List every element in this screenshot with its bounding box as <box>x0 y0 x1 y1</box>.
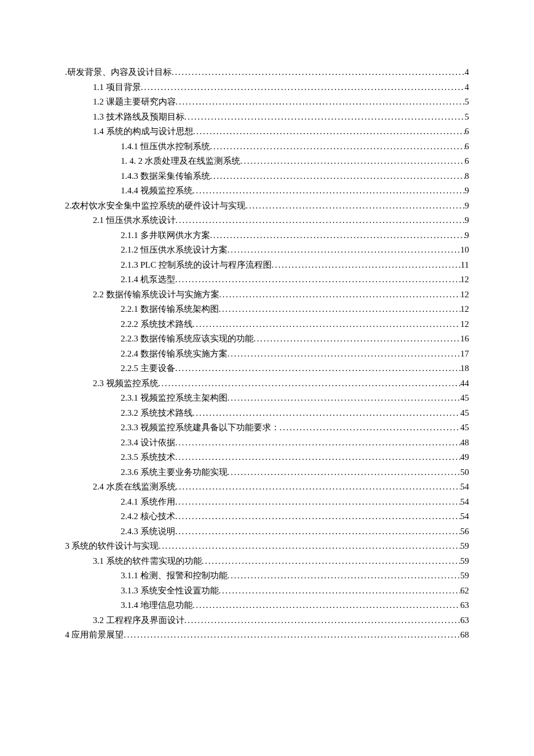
toc-page-number: 9 <box>465 183 470 199</box>
toc-page-number: 54 <box>460 480 469 495</box>
toc-entry[interactable]: 1.4.1 恒压供水控制系统6 <box>65 139 469 154</box>
toc-page-number: 12 <box>460 272 469 287</box>
toc-page-number: 9 <box>465 199 470 214</box>
toc-title: 2.3.1 视频监控系统主架构图 <box>121 391 228 406</box>
toc-title: 3.1.1 检测、报警和控制功能 <box>121 568 228 584</box>
toc-entry[interactable]: 2.1.3 PLC 控制系统的设计与程序流程图 11 <box>65 258 469 273</box>
toc-entry[interactable]: 2.3 视频监控系统44 <box>65 376 469 391</box>
toc-title: 3.1.3 系统安全性设置功能 <box>121 584 219 599</box>
toc-entry[interactable]: 1. 4. 2 水质处理及在线监测系统6 <box>65 154 469 169</box>
toc-leader-dots <box>175 450 460 465</box>
toc-entry[interactable]: 2.2.2 系统技术路线12 <box>65 317 469 332</box>
toc-leader-dots <box>158 539 460 554</box>
toc-entry[interactable]: 2.2 数据传输系统设计与实施方案12 <box>65 287 469 303</box>
toc-entry[interactable]: 2.农村饮水安全集中监控系统的硬件设计与实现9 <box>65 199 469 214</box>
toc-entry[interactable]: 2.2.3 数据传输系统应该实现的功能16 <box>65 332 469 347</box>
toc-title: 1.3 技术路线及预期目标 <box>93 110 185 125</box>
toc-entry[interactable]: 3 系统的软件设计与实现59 <box>65 539 469 554</box>
toc-title: 2.2.1 数据传输系统架构图 <box>121 302 219 317</box>
toc-entry[interactable]: 2.1.4 机泵选型12 <box>65 272 469 287</box>
toc-entry[interactable]: 3.1.1 检测、报警和控制功能59 <box>65 568 469 584</box>
toc-entry[interactable]: 2.4 水质在线监测系统54 <box>65 480 469 495</box>
toc-entry[interactable]: 2.2.5 主要设备18 <box>65 361 469 376</box>
toc-entry[interactable]: 2.1 恒压供水系统设计9 <box>65 213 469 228</box>
toc-entry[interactable]: 3.2 工程程序及界面设计63 <box>65 613 469 628</box>
toc-page-number: 68 <box>460 628 469 643</box>
toc-entry[interactable]: 1.4 系统的构成与设计思想6 <box>65 124 469 139</box>
toc-leader-dots <box>210 169 465 184</box>
toc-title: 2.3.6 系统主要业务功能实现 <box>121 465 228 480</box>
toc-title: 2.3.3 视频监控系统建具备以下功能要求： <box>121 420 280 435</box>
toc-title: 2.1.1 多井联网供水方案 <box>121 228 210 243</box>
toc-page-number: 4 <box>465 80 470 95</box>
toc-leader-dots <box>219 302 460 317</box>
toc-page-number: 59 <box>460 539 469 554</box>
toc-entry[interactable]: 2.3.4 设计依据 48 <box>65 435 469 451</box>
toc-title: 1.4 系统的构成与设计思想 <box>93 124 193 139</box>
toc-title: 1. 4. 2 水质处理及在线监测系统 <box>121 154 240 169</box>
toc-title: 3.1 系统的软件需实现的功能 <box>93 554 202 569</box>
toc-page-number: 4 <box>465 65 470 80</box>
toc-page-number: 44 <box>460 376 469 391</box>
toc-entry[interactable]: 1.1 项目背景4 <box>65 80 469 95</box>
toc-entry[interactable]: 2.1.1 多井联网供水方案9 <box>65 228 469 243</box>
toc-page-number: 49 <box>460 450 469 465</box>
toc-page-number: 12 <box>460 317 469 332</box>
toc-entry[interactable]: 2.3.2 系统技术路线45 <box>65 406 469 421</box>
toc-entry[interactable]: 2.4.2 核心技术54 <box>65 509 469 524</box>
toc-leader-dots <box>158 376 461 391</box>
toc-title: 2.1 恒压供水系统设计 <box>93 213 176 228</box>
toc-entry[interactable]: 3.1.4 地理信息功能63 <box>65 598 469 613</box>
toc-page-number: 8 <box>465 169 470 184</box>
toc-entry[interactable]: 2.2.4 数据传输系统实施方案17 <box>65 347 469 362</box>
toc-page-number: 12 <box>460 287 469 303</box>
toc-entry[interactable]: 3.1.3 系统安全性设置功能62 <box>65 584 469 599</box>
toc-leader-dots <box>175 272 460 287</box>
toc-title: 2.4 水质在线监测系统 <box>93 480 176 495</box>
toc-entry[interactable]: 2.2.1 数据传输系统架构图12 <box>65 302 469 317</box>
toc-title: .研发背景、内容及设计目标 <box>65 65 172 80</box>
toc-page-number: 10 <box>460 243 469 258</box>
toc-entry[interactable]: 1.4.3 数据采集传输系统8 <box>65 169 469 184</box>
toc-leader-dots <box>193 598 460 613</box>
toc-entry[interactable]: 2.3.1 视频监控系统主架构图45 <box>65 391 469 406</box>
toc-entry[interactable]: 1.4.4 视频监控系统9 <box>65 183 469 199</box>
toc-leader-dots <box>272 258 461 273</box>
toc-page-number: 9 <box>465 228 470 243</box>
toc-entry[interactable]: 4 应用前景展望68 <box>65 628 469 643</box>
toc-entry[interactable]: .研发背景、内容及设计目标4 <box>65 65 469 80</box>
toc-title: 2.2.4 数据传输系统实施方案 <box>121 347 228 362</box>
toc-title: 2.2 数据传输系统设计与实施方案 <box>93 287 219 303</box>
toc-entry[interactable]: 2.3.6 系统主要业务功能实现50 <box>65 465 469 480</box>
toc-page-number: 54 <box>460 509 469 524</box>
toc-entry[interactable]: 2.3.3 视频监控系统建具备以下功能要求： 45 <box>65 420 469 435</box>
toc-leader-dots <box>176 95 465 110</box>
toc-page-number: 45 <box>460 391 469 406</box>
toc-entry[interactable]: 1.3 技术路线及预期目标5 <box>65 110 469 125</box>
toc-title: 2.3 视频监控系统 <box>93 376 158 391</box>
toc-leader-dots <box>175 509 460 524</box>
toc-entry[interactable]: 2.1.2 恒压供水系统设计方案10 <box>65 243 469 258</box>
toc-title: 1.4.1 恒压供水控制系统 <box>121 139 210 154</box>
toc-page-number: 6 <box>465 154 470 169</box>
toc-leader-dots <box>228 347 460 362</box>
toc-page-number: 9 <box>465 213 470 228</box>
toc-leader-dots <box>246 199 464 214</box>
toc-title: 1.2 课题主要研究内容 <box>93 95 176 110</box>
toc-entry[interactable]: 3.1 系统的软件需实现的功能59 <box>65 554 469 569</box>
toc-leader-dots <box>175 495 460 510</box>
toc-entry[interactable]: 2.3.5 系统技术49 <box>65 450 469 465</box>
toc-page-number: 5 <box>465 110 470 125</box>
toc-leader-dots <box>228 465 460 480</box>
toc-entry[interactable]: 2.4.3 系统说明56 <box>65 524 469 539</box>
toc-leader-dots <box>176 213 465 228</box>
toc-leader-dots <box>176 480 461 495</box>
toc-leader-dots <box>228 568 460 584</box>
toc-page-number: 59 <box>460 554 469 569</box>
toc-entry[interactable]: 1.2 课题主要研究内容5 <box>65 95 469 110</box>
toc-leader-dots <box>185 110 465 125</box>
toc-page-number: 16 <box>460 332 469 347</box>
toc-title: 2.3.2 系统技术路线 <box>121 406 193 421</box>
toc-leader-dots <box>175 524 460 539</box>
toc-entry[interactable]: 2.4.1 系统作用54 <box>65 495 469 510</box>
